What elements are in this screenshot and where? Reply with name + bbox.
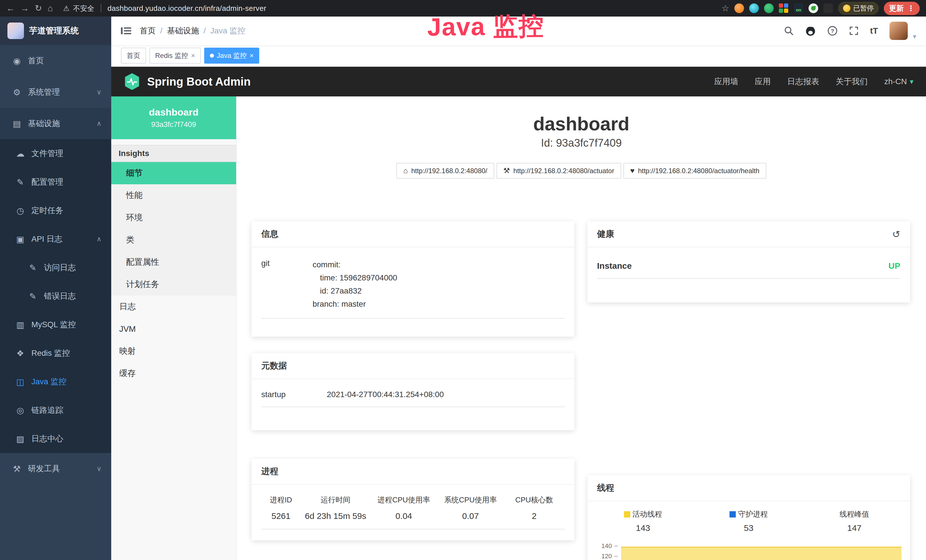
breadcrumb-current: Java 监控 — [210, 26, 245, 36]
sba-item-jvm[interactable]: JVM — [111, 318, 236, 340]
fullscreen-icon[interactable] — [849, 26, 859, 36]
font-size-icon[interactable]: tT — [870, 26, 878, 36]
tab-label: Redis 监控 — [155, 51, 188, 60]
sba-item-mappings[interactable]: 映射 — [111, 340, 236, 362]
sidebar-item-label: 定时任务 — [31, 205, 63, 216]
sba-item-environment[interactable]: 环境 — [111, 207, 236, 229]
sba-item-caches[interactable]: 缓存 — [111, 362, 236, 384]
legend-value: 147 — [802, 523, 908, 533]
sidebar-item-config-mgmt[interactable]: ✎ 配置管理 — [0, 168, 111, 196]
git-label: git — [261, 258, 313, 311]
instance-label: Instance — [597, 261, 632, 271]
home-icon[interactable]: ⌂ — [48, 4, 53, 12]
breadcrumb-infra[interactable]: 基础设施 — [167, 26, 199, 36]
col-header: 运行时间 — [301, 493, 371, 507]
app-title: 芋道管理系统 — [29, 25, 79, 36]
close-icon[interactable]: × — [250, 51, 254, 60]
y-tick-label: 120 — [601, 552, 612, 560]
paused-badge[interactable]: 已暂停 — [838, 2, 879, 15]
breadcrumb-home[interactable]: 首页 — [140, 26, 156, 36]
sidebar-item-system[interactable]: ⚙ 系统管理 ∨ — [0, 76, 111, 108]
user-avatar[interactable] — [890, 22, 908, 40]
sidebar-item-label: 错误日志 — [44, 291, 76, 301]
sba-item-logs[interactable]: 日志 — [111, 295, 236, 318]
extension-icon-grid[interactable] — [779, 3, 788, 13]
health-url-button[interactable]: ♥ http://192.168.0.2:48080/actuator/heal… — [623, 163, 766, 179]
update-button[interactable]: 更新 ⋮ — [884, 2, 920, 15]
log-icon: ▣ — [15, 234, 26, 244]
update-label: 更新 — [889, 3, 904, 14]
extensions-puzzle-icon[interactable] — [823, 3, 833, 13]
sba-item-classes[interactable]: 类 — [111, 229, 236, 251]
actuator-url-button[interactable]: ⚒ http://192.168.0.2:48080/actuator — [496, 163, 621, 179]
col-header: 系统CPU使用率 — [437, 493, 504, 507]
paused-label: 已暂停 — [853, 4, 874, 13]
sidebar-item-api-logs[interactable]: ▣ API 日志 ∧ — [0, 225, 111, 253]
sba-main: dashboard Id: 93a3fc7f7409 ⌂ http://192.… — [237, 97, 926, 560]
sidebar-item-home[interactable]: ◉ 首页 — [0, 45, 111, 76]
github-icon[interactable] — [805, 26, 816, 36]
sidebar-item-file-mgmt[interactable]: ☁ 文件管理 — [0, 139, 111, 168]
forward-icon[interactable]: → — [21, 4, 29, 12]
sba-language-select[interactable]: zh-CN ▾ — [884, 77, 914, 86]
extension-icon-drop[interactable] — [749, 3, 759, 13]
sba-nav-journal[interactable]: 日志报表 — [787, 76, 819, 87]
threads-card: 线程 活动线程 143 — [587, 475, 910, 560]
sba-item-config-props[interactable]: 配置属性 — [111, 251, 236, 273]
sidebar-item-scheduled-jobs[interactable]: ◷ 定时任务 — [0, 196, 111, 225]
extension-icon-leaf[interactable] — [808, 3, 818, 13]
sidebar-item-error-log[interactable]: ✎ 错误日志 — [0, 282, 111, 310]
url-bar[interactable]: ⚠ 不安全 dashboard.yudao.iocoder.cn/infra/a… — [63, 4, 266, 13]
sidebar-item-label: 首页 — [28, 55, 44, 66]
sidebar-item-redis-monitor[interactable]: ❖ Redis 监控 — [0, 339, 111, 368]
chevron-down-icon: ∨ — [96, 465, 101, 473]
sidebar-item-label: MySQL 监控 — [31, 319, 76, 330]
hamburger-icon[interactable] — [121, 26, 131, 35]
sidebar-item-tracing[interactable]: ◎ 链路追踪 — [0, 396, 111, 424]
back-icon[interactable]: ← — [6, 4, 15, 12]
sba-item-metrics[interactable]: 性能 — [111, 184, 236, 207]
tab-redis-monitor[interactable]: Redis 监控 × — [150, 48, 201, 64]
health-instance-row[interactable]: Instance UP — [597, 261, 900, 279]
sidebar-item-mysql-monitor[interactable]: ▥ MySQL 监控 — [0, 310, 111, 339]
url-text[interactable]: dashboard.yudao.iocoder.cn/infra/admin-s… — [107, 4, 266, 13]
extension-icon-on[interactable]: on — [794, 3, 803, 13]
sba-item-details[interactable]: 细节 — [111, 162, 236, 184]
daemon-threads-swatch — [729, 511, 736, 518]
sidebar-item-dev-tools[interactable]: ⚒ 研发工具 ∨ — [0, 453, 111, 484]
close-icon[interactable]: × — [191, 51, 195, 60]
browser-actions: ☆ on 已暂停 更新 ⋮ — [722, 2, 920, 15]
sba-language-value: zh-CN — [884, 77, 907, 86]
sidebar-item-log-center[interactable]: ▨ 日志中心 — [0, 424, 111, 453]
extension-icon-fox[interactable] — [734, 3, 744, 13]
sidebar-logo[interactable]: 芋道管理系统 — [0, 17, 111, 45]
sidebar-item-label: 配置管理 — [31, 177, 63, 188]
threads-legend: 活动线程 143 守护进程 — [587, 501, 910, 533]
history-icon[interactable]: ↺ — [892, 229, 900, 240]
star-icon[interactable]: ☆ — [722, 4, 729, 12]
sba-nav-about[interactable]: 关于我们 — [836, 76, 868, 87]
sba-app-header[interactable]: dashboard 93a3fc7f7409 — [111, 97, 236, 139]
menu-dots-icon[interactable]: ⋮ — [907, 4, 915, 13]
tab-java-monitor[interactable]: Java 监控 × — [204, 48, 259, 64]
breadcrumb-separator: / — [160, 26, 163, 35]
legend-label: 守护进程 — [738, 509, 768, 519]
search-icon[interactable] — [784, 26, 794, 36]
sba-item-scheduled-tasks[interactable]: 计划任务 — [111, 273, 236, 295]
active-dot-icon — [210, 54, 214, 58]
help-icon[interactable]: ? — [827, 26, 838, 36]
tab-home[interactable]: 首页 — [121, 48, 146, 64]
sba-nav-applications[interactable]: 应用 — [755, 76, 771, 87]
sidebar-item-java-monitor[interactable]: ◫ Java 监控 — [0, 368, 111, 396]
breadcrumb: 首页 / 基础设施 / Java 监控 — [140, 26, 245, 36]
sidebar-item-label: Java 监控 — [31, 376, 67, 387]
sba-brand-title[interactable]: Spring Boot Admin — [147, 75, 251, 88]
sidebar-item-infra[interactable]: ▤ 基础设施 ∧ — [0, 108, 111, 139]
sba-nav-wallboard[interactable]: 应用墙 — [714, 76, 738, 87]
sidebar-item-access-log[interactable]: ✎ 访问日志 — [0, 253, 111, 282]
extension-icon-green[interactable] — [764, 3, 774, 13]
service-url-button[interactable]: ⌂ http://192.168.0.2:48080/ — [396, 163, 494, 179]
reload-icon[interactable]: ↻ — [35, 4, 42, 12]
chevron-down-icon: ∨ — [96, 88, 101, 96]
tools-icon: ⚒ — [11, 464, 22, 474]
